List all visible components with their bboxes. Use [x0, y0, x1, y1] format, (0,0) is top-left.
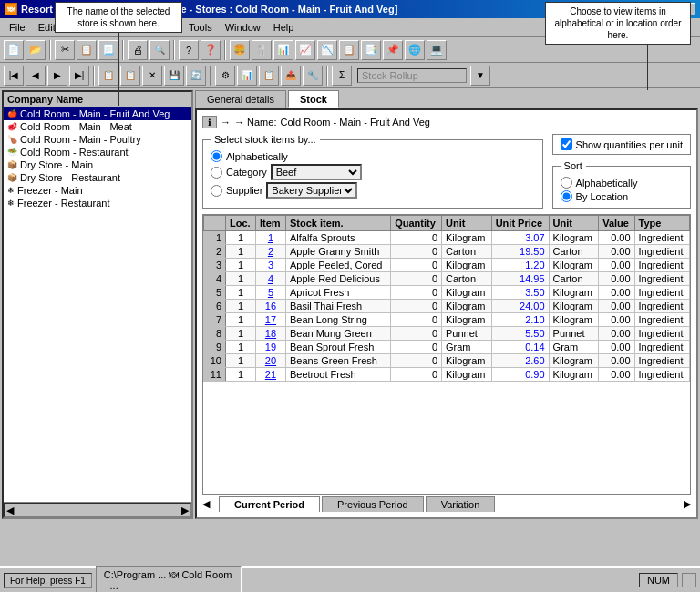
row-stock[interactable]: Bean Mung Green: [285, 327, 390, 341]
scroll-arrows[interactable]: ◀: [202, 496, 210, 512]
menu-help[interactable]: Help: [268, 20, 300, 35]
sidebar-item-cold-main-poultry[interactable]: 🍗 Cold Room - Main - Poultry: [4, 133, 191, 146]
radio-alphabetically[interactable]: [211, 150, 222, 162]
menu-record[interactable]: Record: [63, 20, 106, 35]
tb6[interactable]: 📋: [339, 40, 359, 60]
row-stock[interactable]: Basil Thai Fresh: [285, 300, 390, 313]
help2-btn[interactable]: ❓: [201, 40, 221, 60]
stock-table-container[interactable]: Loc. Item Stock item. Quantity Unit Unit…: [202, 214, 691, 495]
nav-dropdown-arrow[interactable]: ▼: [470, 66, 490, 86]
nav-next[interactable]: ▶: [47, 66, 67, 86]
radio-category[interactable]: [211, 167, 222, 179]
tb5[interactable]: 📉: [317, 40, 337, 60]
close-btn[interactable]: ✕: [681, 3, 695, 15]
table-row[interactable]: 1 1 1 Alfalfa Sprouts 0 Kilogram 3.07 Ki…: [204, 231, 690, 245]
tab-previous-period[interactable]: Previous Period: [322, 496, 424, 512]
nav-copy[interactable]: 📋: [120, 66, 140, 86]
table-scroll-right[interactable]: ▶: [684, 496, 691, 512]
sidebar-item-dry-main[interactable]: 📦 Dry Store - Main: [4, 158, 191, 171]
table-row[interactable]: 5 1 5 Apricot Fresh 0 Kilogram 3.50 Kilo…: [204, 286, 690, 300]
row-stock[interactable]: Apricot Fresh: [285, 286, 390, 300]
sort-location-radio[interactable]: [561, 190, 572, 202]
row-stock[interactable]: Apple Granny Smith: [285, 245, 390, 259]
nav-cancel[interactable]: 🔄: [186, 66, 206, 86]
menu-tools[interactable]: Tools: [183, 20, 218, 35]
col-unit2[interactable]: Unit: [549, 216, 599, 231]
supplier-dropdown[interactable]: Bakery Supplier: [266, 182, 357, 199]
sort-alpha-radio[interactable]: [561, 177, 572, 189]
scroll-right-icon[interactable]: ▶: [684, 498, 691, 510]
copy-btn[interactable]: 📋: [77, 40, 97, 60]
sidebar-item-freezer-main[interactable]: ❄ Freezer - Main: [4, 184, 191, 197]
tb8[interactable]: 📌: [383, 40, 403, 60]
col-value[interactable]: Value: [599, 216, 634, 231]
row-stock[interactable]: Apple Red Delicious: [285, 272, 390, 286]
cut-btn[interactable]: ✂: [55, 40, 75, 60]
table-row[interactable]: 9 1 19 Bean Sprout Fresh 0 Gram 0.14 Gra…: [204, 341, 690, 354]
paste-btn[interactable]: 📃: [98, 40, 118, 60]
col-type[interactable]: Type: [634, 216, 689, 231]
nav-sum[interactable]: Σ: [332, 66, 352, 86]
tb9[interactable]: 🌐: [405, 40, 425, 60]
tb7[interactable]: 📑: [361, 40, 381, 60]
new-btn[interactable]: 📄: [4, 40, 24, 60]
rollup-input[interactable]: [357, 68, 467, 83]
nav-last[interactable]: ▶|: [69, 66, 89, 86]
tb3[interactable]: 📊: [273, 40, 293, 60]
tb2[interactable]: 🍴: [252, 40, 272, 60]
menu-window[interactable]: Window: [220, 20, 266, 35]
nav-extra3[interactable]: 📋: [259, 66, 279, 86]
nav-del[interactable]: ✕: [142, 66, 162, 86]
table-row[interactable]: 8 1 18 Bean Mung Green 0 Punnet 5.50 Pun…: [204, 327, 690, 341]
sidebar-item-cold-main-meat[interactable]: 🥩 Cold Room - Main - Meat: [4, 120, 191, 133]
taskbar-program-btn[interactable]: C:\Program ... 🍽 Cold Room - ...: [96, 566, 242, 592]
tab-general[interactable]: General details: [195, 90, 286, 108]
preview-btn[interactable]: 🔍: [149, 40, 170, 60]
menu-view[interactable]: View: [149, 20, 181, 35]
table-row[interactable]: 11 1 21 Beetroot Fresh 0 Kilogram 0.90 K…: [204, 368, 690, 382]
resize-handle[interactable]: [682, 573, 696, 587]
row-stock[interactable]: Beetroot Fresh: [285, 368, 390, 382]
table-row[interactable]: 3 1 3 Apple Peeled, Cored 0 Kilogram 1.2…: [204, 259, 690, 272]
menu-forms[interactable]: Forms: [108, 20, 147, 35]
row-stock[interactable]: Apple Peeled, Cored: [285, 259, 390, 272]
nav-save[interactable]: 💾: [164, 66, 184, 86]
col-loc[interactable]: Loc.: [226, 216, 256, 231]
sidebar-item-cold-main-fruit[interactable]: 🍎 Cold Room - Main - Fruit And Veg: [4, 107, 191, 120]
col-item[interactable]: Item: [255, 216, 285, 231]
nav-add[interactable]: 📋: [98, 66, 118, 86]
table-row[interactable]: 7 1 17 Bean Long String 0 Kilogram 2.10 …: [204, 313, 690, 327]
table-row[interactable]: 10 1 20 Beans Green Fresh 0 Kilogram 2.6…: [204, 354, 690, 368]
window-controls[interactable]: _ □ ✕: [648, 3, 695, 15]
radio-supplier[interactable]: [211, 185, 222, 197]
nav-extra4[interactable]: 📤: [281, 66, 301, 86]
open-btn[interactable]: 📂: [26, 40, 46, 60]
row-stock[interactable]: Beans Green Fresh: [285, 354, 390, 368]
row-stock[interactable]: Bean Sprout Fresh: [285, 341, 390, 354]
col-stockitem[interactable]: Stock item.: [285, 216, 390, 231]
col-unit[interactable]: Unit: [442, 216, 492, 231]
maximize-btn[interactable]: □: [664, 3, 679, 15]
tb4[interactable]: 📈: [295, 40, 315, 60]
row-stock[interactable]: Bean Long String: [285, 313, 390, 327]
tab-stock[interactable]: Stock: [288, 90, 339, 108]
col-unitprice[interactable]: Unit Price: [491, 216, 549, 231]
sidebar-item-dry-restaurant[interactable]: 📦 Dry Store - Restaurant: [4, 171, 191, 184]
menu-edit[interactable]: Edit: [33, 20, 61, 35]
nav-extra5[interactable]: 🔧: [303, 66, 323, 86]
sidebar-scroll-right[interactable]: ▶: [181, 505, 189, 516]
row-stock[interactable]: Alfalfa Sprouts: [285, 231, 390, 245]
scroll-left-icon[interactable]: ◀: [202, 498, 210, 510]
tb10[interactable]: 💻: [427, 40, 447, 60]
sidebar-scroll-left[interactable]: ◀: [6, 505, 14, 516]
help-btn[interactable]: ?: [179, 40, 199, 60]
nav-extra1[interactable]: ⚙: [215, 66, 235, 86]
nav-extra2[interactable]: 📊: [237, 66, 257, 86]
show-qty-checkbox[interactable]: [561, 138, 572, 150]
tb1[interactable]: 🍔: [230, 40, 250, 60]
print-btn[interactable]: 🖨: [128, 40, 148, 60]
sidebar-item-cold-restaurant[interactable]: 🥗 Cold Room - Restaurant: [4, 146, 191, 158]
nav-first[interactable]: |◀: [4, 66, 24, 86]
category-dropdown[interactable]: Beef: [271, 164, 362, 180]
table-row[interactable]: 6 1 16 Basil Thai Fresh 0 Kilogram 24.00…: [204, 300, 690, 313]
